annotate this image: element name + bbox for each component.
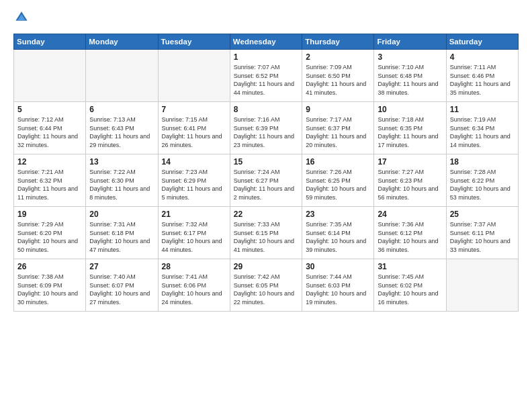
calendar-cell: 15Sunrise: 7:24 AMSunset: 6:27 PMDayligh… <box>230 154 302 207</box>
day-number: 4 <box>450 52 515 62</box>
day-info: Sunrise: 7:45 AMSunset: 6:02 PMDaylight:… <box>378 273 442 306</box>
day-number: 12 <box>17 157 82 167</box>
week-row-1: 1Sunrise: 7:07 AMSunset: 6:52 PMDaylight… <box>14 50 519 102</box>
day-info: Sunrise: 7:22 AMSunset: 6:30 PMDaylight:… <box>89 168 154 201</box>
day-number: 18 <box>450 157 515 167</box>
day-number: 10 <box>378 105 442 114</box>
day-number: 17 <box>378 157 442 167</box>
calendar-cell: 24Sunrise: 7:36 AMSunset: 6:12 PMDayligh… <box>374 207 446 259</box>
day-info: Sunrise: 7:18 AMSunset: 6:35 PMDaylight:… <box>378 116 442 149</box>
calendar-cell: 25Sunrise: 7:37 AMSunset: 6:11 PMDayligh… <box>446 207 518 259</box>
calendar-cell: 3Sunrise: 7:10 AMSunset: 6:48 PMDaylight… <box>374 50 446 102</box>
day-info: Sunrise: 7:41 AMSunset: 6:06 PMDaylight:… <box>162 273 226 306</box>
calendar-cell: 28Sunrise: 7:41 AMSunset: 6:06 PMDayligh… <box>158 259 230 312</box>
day-info: Sunrise: 7:15 AMSunset: 6:41 PMDaylight:… <box>162 116 226 149</box>
calendar-cell: 9Sunrise: 7:17 AMSunset: 6:37 PMDaylight… <box>302 102 374 154</box>
day-info: Sunrise: 7:36 AMSunset: 6:12 PMDaylight:… <box>378 220 442 254</box>
logo <box>13 11 31 27</box>
calendar-cell: 1Sunrise: 7:07 AMSunset: 6:52 PMDaylight… <box>230 50 302 102</box>
header <box>13 11 519 27</box>
day-info: Sunrise: 7:09 AMSunset: 6:50 PMDaylight:… <box>306 63 370 97</box>
weekday-monday: Monday <box>86 34 158 50</box>
day-number: 6 <box>89 105 154 114</box>
day-number: 28 <box>162 262 226 271</box>
calendar-container: SundayMondayTuesdayWednesdayThursdayFrid… <box>0 0 532 411</box>
calendar-cell: 26Sunrise: 7:38 AMSunset: 6:09 PMDayligh… <box>14 259 86 312</box>
calendar-cell: 10Sunrise: 7:18 AMSunset: 6:35 PMDayligh… <box>374 102 446 154</box>
calendar-cell: 20Sunrise: 7:31 AMSunset: 6:18 PMDayligh… <box>86 207 158 259</box>
day-number: 27 <box>89 262 154 271</box>
day-info: Sunrise: 7:42 AMSunset: 6:05 PMDaylight:… <box>234 273 298 306</box>
day-info: Sunrise: 7:28 AMSunset: 6:22 PMDaylight:… <box>450 168 515 201</box>
day-info: Sunrise: 7:24 AMSunset: 6:27 PMDaylight:… <box>234 168 298 201</box>
day-number: 19 <box>17 210 82 219</box>
calendar-cell: 21Sunrise: 7:32 AMSunset: 6:17 PMDayligh… <box>158 207 230 259</box>
day-number: 25 <box>450 210 515 219</box>
calendar-cell: 16Sunrise: 7:26 AMSunset: 6:25 PMDayligh… <box>302 154 374 207</box>
calendar-cell: 8Sunrise: 7:16 AMSunset: 6:39 PMDaylight… <box>230 102 302 154</box>
weekday-saturday: Saturday <box>446 34 518 50</box>
calendar-cell: 7Sunrise: 7:15 AMSunset: 6:41 PMDaylight… <box>158 102 230 154</box>
day-info: Sunrise: 7:26 AMSunset: 6:25 PMDaylight:… <box>306 168 370 201</box>
weekday-header-row: SundayMondayTuesdayWednesdayThursdayFrid… <box>14 34 519 50</box>
logo-icon <box>15 11 28 24</box>
calendar-cell: 30Sunrise: 7:44 AMSunset: 6:03 PMDayligh… <box>302 259 374 312</box>
calendar-cell: 2Sunrise: 7:09 AMSunset: 6:50 PMDaylight… <box>302 50 374 102</box>
weekday-friday: Friday <box>374 34 446 50</box>
day-number: 26 <box>17 262 82 271</box>
day-number: 1 <box>234 52 298 62</box>
calendar-cell: 27Sunrise: 7:40 AMSunset: 6:07 PMDayligh… <box>86 259 158 312</box>
weekday-thursday: Thursday <box>302 34 374 50</box>
day-info: Sunrise: 7:11 AMSunset: 6:46 PMDaylight:… <box>450 63 515 97</box>
weekday-sunday: Sunday <box>14 34 86 50</box>
day-info: Sunrise: 7:31 AMSunset: 6:18 PMDaylight:… <box>89 220 154 254</box>
calendar-cell <box>86 50 158 102</box>
calendar-cell: 17Sunrise: 7:27 AMSunset: 6:23 PMDayligh… <box>374 154 446 207</box>
day-number: 2 <box>306 52 370 62</box>
day-info: Sunrise: 7:44 AMSunset: 6:03 PMDaylight:… <box>306 273 370 306</box>
calendar-cell <box>158 50 230 102</box>
day-info: Sunrise: 7:40 AMSunset: 6:07 PMDaylight:… <box>89 273 154 306</box>
calendar-table: SundayMondayTuesdayWednesdayThursdayFrid… <box>13 34 519 312</box>
calendar-cell <box>446 259 518 312</box>
day-number: 23 <box>306 210 370 219</box>
day-info: Sunrise: 7:19 AMSunset: 6:34 PMDaylight:… <box>450 116 515 149</box>
day-number: 9 <box>306 105 370 114</box>
day-number: 15 <box>234 157 298 167</box>
day-info: Sunrise: 7:32 AMSunset: 6:17 PMDaylight:… <box>162 220 226 254</box>
day-info: Sunrise: 7:07 AMSunset: 6:52 PMDaylight:… <box>234 63 298 97</box>
day-number: 24 <box>378 210 442 219</box>
day-number: 13 <box>89 157 154 167</box>
day-number: 3 <box>378 52 442 62</box>
weekday-wednesday: Wednesday <box>230 34 302 50</box>
calendar-cell: 19Sunrise: 7:29 AMSunset: 6:20 PMDayligh… <box>14 207 86 259</box>
day-number: 11 <box>450 105 515 114</box>
calendar-cell: 6Sunrise: 7:13 AMSunset: 6:43 PMDaylight… <box>86 102 158 154</box>
day-number: 20 <box>89 210 154 219</box>
calendar-cell: 22Sunrise: 7:33 AMSunset: 6:15 PMDayligh… <box>230 207 302 259</box>
day-info: Sunrise: 7:21 AMSunset: 6:32 PMDaylight:… <box>17 168 82 201</box>
day-number: 14 <box>162 157 226 167</box>
day-number: 16 <box>306 157 370 167</box>
day-info: Sunrise: 7:12 AMSunset: 6:44 PMDaylight:… <box>17 116 82 149</box>
weekday-tuesday: Tuesday <box>158 34 230 50</box>
week-row-4: 19Sunrise: 7:29 AMSunset: 6:20 PMDayligh… <box>14 207 519 259</box>
day-number: 29 <box>234 262 298 271</box>
day-number: 30 <box>306 262 370 271</box>
day-info: Sunrise: 7:35 AMSunset: 6:14 PMDaylight:… <box>306 220 370 254</box>
calendar-cell: 5Sunrise: 7:12 AMSunset: 6:44 PMDaylight… <box>14 102 86 154</box>
day-info: Sunrise: 7:10 AMSunset: 6:48 PMDaylight:… <box>378 63 442 97</box>
calendar-cell: 29Sunrise: 7:42 AMSunset: 6:05 PMDayligh… <box>230 259 302 312</box>
calendar-cell: 12Sunrise: 7:21 AMSunset: 6:32 PMDayligh… <box>14 154 86 207</box>
calendar-body: 1Sunrise: 7:07 AMSunset: 6:52 PMDaylight… <box>14 50 519 312</box>
day-info: Sunrise: 7:27 AMSunset: 6:23 PMDaylight:… <box>378 168 442 201</box>
day-info: Sunrise: 7:13 AMSunset: 6:43 PMDaylight:… <box>89 116 154 149</box>
day-number: 8 <box>234 105 298 114</box>
week-row-3: 12Sunrise: 7:21 AMSunset: 6:32 PMDayligh… <box>14 154 519 207</box>
day-number: 31 <box>378 262 442 271</box>
day-number: 22 <box>234 210 298 219</box>
day-info: Sunrise: 7:17 AMSunset: 6:37 PMDaylight:… <box>306 116 370 149</box>
day-info: Sunrise: 7:16 AMSunset: 6:39 PMDaylight:… <box>234 116 298 149</box>
day-info: Sunrise: 7:23 AMSunset: 6:29 PMDaylight:… <box>162 168 226 201</box>
calendar-cell: 11Sunrise: 7:19 AMSunset: 6:34 PMDayligh… <box>446 102 518 154</box>
